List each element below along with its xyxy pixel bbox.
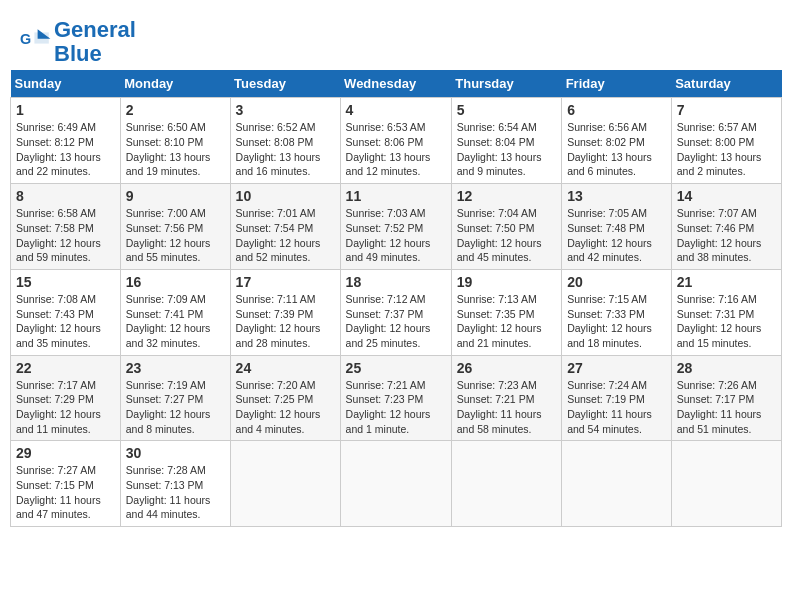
calendar-cell: 25Sunrise: 7:21 AMSunset: 7:23 PMDayligh… (340, 355, 451, 441)
day-details: Sunrise: 7:19 AMSunset: 7:27 PMDaylight:… (126, 378, 225, 437)
day-number: 26 (457, 360, 556, 376)
day-number: 16 (126, 274, 225, 290)
calendar-week-row: 22Sunrise: 7:17 AMSunset: 7:29 PMDayligh… (11, 355, 782, 441)
day-details: Sunrise: 7:24 AMSunset: 7:19 PMDaylight:… (567, 378, 666, 437)
day-details: Sunrise: 7:13 AMSunset: 7:35 PMDaylight:… (457, 292, 556, 351)
day-number: 15 (16, 274, 115, 290)
day-details: Sunrise: 7:27 AMSunset: 7:15 PMDaylight:… (16, 463, 115, 522)
weekday-header-row: SundayMondayTuesdayWednesdayThursdayFrid… (11, 70, 782, 98)
calendar-cell: 13Sunrise: 7:05 AMSunset: 7:48 PMDayligh… (562, 184, 672, 270)
day-details: Sunrise: 7:23 AMSunset: 7:21 PMDaylight:… (457, 378, 556, 437)
day-number: 30 (126, 445, 225, 461)
day-number: 24 (236, 360, 335, 376)
day-number: 17 (236, 274, 335, 290)
day-details: Sunrise: 6:58 AMSunset: 7:58 PMDaylight:… (16, 206, 115, 265)
day-number: 7 (677, 102, 776, 118)
day-details: Sunrise: 7:20 AMSunset: 7:25 PMDaylight:… (236, 378, 335, 437)
day-details: Sunrise: 7:03 AMSunset: 7:52 PMDaylight:… (346, 206, 446, 265)
day-details: Sunrise: 6:53 AMSunset: 8:06 PMDaylight:… (346, 120, 446, 179)
weekday-header-saturday: Saturday (671, 70, 781, 98)
day-details: Sunrise: 7:15 AMSunset: 7:33 PMDaylight:… (567, 292, 666, 351)
day-number: 14 (677, 188, 776, 204)
day-details: Sunrise: 7:17 AMSunset: 7:29 PMDaylight:… (16, 378, 115, 437)
day-number: 19 (457, 274, 556, 290)
calendar-cell: 12Sunrise: 7:04 AMSunset: 7:50 PMDayligh… (451, 184, 561, 270)
calendar-cell: 7Sunrise: 6:57 AMSunset: 8:00 PMDaylight… (671, 98, 781, 184)
logo-text: General Blue (54, 18, 136, 66)
calendar-table: SundayMondayTuesdayWednesdayThursdayFrid… (10, 70, 782, 527)
calendar-cell (671, 441, 781, 527)
day-number: 23 (126, 360, 225, 376)
day-details: Sunrise: 7:08 AMSunset: 7:43 PMDaylight:… (16, 292, 115, 351)
logo-icon: G (20, 26, 52, 58)
calendar-cell: 18Sunrise: 7:12 AMSunset: 7:37 PMDayligh… (340, 269, 451, 355)
weekday-header-monday: Monday (120, 70, 230, 98)
logo: G General Blue (20, 18, 136, 66)
calendar-cell: 23Sunrise: 7:19 AMSunset: 7:27 PMDayligh… (120, 355, 230, 441)
day-details: Sunrise: 6:54 AMSunset: 8:04 PMDaylight:… (457, 120, 556, 179)
day-details: Sunrise: 7:21 AMSunset: 7:23 PMDaylight:… (346, 378, 446, 437)
calendar-cell: 6Sunrise: 6:56 AMSunset: 8:02 PMDaylight… (562, 98, 672, 184)
calendar-cell: 4Sunrise: 6:53 AMSunset: 8:06 PMDaylight… (340, 98, 451, 184)
day-number: 22 (16, 360, 115, 376)
day-number: 28 (677, 360, 776, 376)
day-details: Sunrise: 6:49 AMSunset: 8:12 PMDaylight:… (16, 120, 115, 179)
calendar-cell: 10Sunrise: 7:01 AMSunset: 7:54 PMDayligh… (230, 184, 340, 270)
day-number: 12 (457, 188, 556, 204)
day-details: Sunrise: 7:12 AMSunset: 7:37 PMDaylight:… (346, 292, 446, 351)
day-details: Sunrise: 6:56 AMSunset: 8:02 PMDaylight:… (567, 120, 666, 179)
weekday-header-tuesday: Tuesday (230, 70, 340, 98)
calendar-cell: 8Sunrise: 6:58 AMSunset: 7:58 PMDaylight… (11, 184, 121, 270)
day-number: 18 (346, 274, 446, 290)
calendar-cell (451, 441, 561, 527)
day-details: Sunrise: 7:09 AMSunset: 7:41 PMDaylight:… (126, 292, 225, 351)
day-details: Sunrise: 7:28 AMSunset: 7:13 PMDaylight:… (126, 463, 225, 522)
weekday-header-thursday: Thursday (451, 70, 561, 98)
calendar-cell: 29Sunrise: 7:27 AMSunset: 7:15 PMDayligh… (11, 441, 121, 527)
day-details: Sunrise: 7:07 AMSunset: 7:46 PMDaylight:… (677, 206, 776, 265)
calendar-cell: 17Sunrise: 7:11 AMSunset: 7:39 PMDayligh… (230, 269, 340, 355)
calendar-cell: 9Sunrise: 7:00 AMSunset: 7:56 PMDaylight… (120, 184, 230, 270)
calendar-cell: 27Sunrise: 7:24 AMSunset: 7:19 PMDayligh… (562, 355, 672, 441)
calendar-cell: 16Sunrise: 7:09 AMSunset: 7:41 PMDayligh… (120, 269, 230, 355)
day-number: 27 (567, 360, 666, 376)
day-number: 9 (126, 188, 225, 204)
calendar-cell (340, 441, 451, 527)
day-details: Sunrise: 7:00 AMSunset: 7:56 PMDaylight:… (126, 206, 225, 265)
calendar-cell: 15Sunrise: 7:08 AMSunset: 7:43 PMDayligh… (11, 269, 121, 355)
day-details: Sunrise: 6:50 AMSunset: 8:10 PMDaylight:… (126, 120, 225, 179)
calendar-cell (562, 441, 672, 527)
day-number: 25 (346, 360, 446, 376)
calendar-cell: 5Sunrise: 6:54 AMSunset: 8:04 PMDaylight… (451, 98, 561, 184)
svg-text:G: G (20, 31, 31, 47)
weekday-header-wednesday: Wednesday (340, 70, 451, 98)
day-details: Sunrise: 7:01 AMSunset: 7:54 PMDaylight:… (236, 206, 335, 265)
day-details: Sunrise: 6:57 AMSunset: 8:00 PMDaylight:… (677, 120, 776, 179)
calendar-cell: 20Sunrise: 7:15 AMSunset: 7:33 PMDayligh… (562, 269, 672, 355)
calendar-cell (230, 441, 340, 527)
calendar-cell: 24Sunrise: 7:20 AMSunset: 7:25 PMDayligh… (230, 355, 340, 441)
calendar-cell: 14Sunrise: 7:07 AMSunset: 7:46 PMDayligh… (671, 184, 781, 270)
day-details: Sunrise: 7:05 AMSunset: 7:48 PMDaylight:… (567, 206, 666, 265)
day-details: Sunrise: 7:26 AMSunset: 7:17 PMDaylight:… (677, 378, 776, 437)
calendar-cell: 30Sunrise: 7:28 AMSunset: 7:13 PMDayligh… (120, 441, 230, 527)
calendar-week-row: 15Sunrise: 7:08 AMSunset: 7:43 PMDayligh… (11, 269, 782, 355)
calendar-cell: 3Sunrise: 6:52 AMSunset: 8:08 PMDaylight… (230, 98, 340, 184)
day-number: 10 (236, 188, 335, 204)
calendar-cell: 2Sunrise: 6:50 AMSunset: 8:10 PMDaylight… (120, 98, 230, 184)
day-number: 2 (126, 102, 225, 118)
calendar-cell: 19Sunrise: 7:13 AMSunset: 7:35 PMDayligh… (451, 269, 561, 355)
day-number: 29 (16, 445, 115, 461)
day-number: 5 (457, 102, 556, 118)
day-number: 13 (567, 188, 666, 204)
page-header: G General Blue (10, 10, 782, 70)
weekday-header-sunday: Sunday (11, 70, 121, 98)
calendar-week-row: 29Sunrise: 7:27 AMSunset: 7:15 PMDayligh… (11, 441, 782, 527)
calendar-cell: 28Sunrise: 7:26 AMSunset: 7:17 PMDayligh… (671, 355, 781, 441)
day-details: Sunrise: 7:04 AMSunset: 7:50 PMDaylight:… (457, 206, 556, 265)
day-details: Sunrise: 7:16 AMSunset: 7:31 PMDaylight:… (677, 292, 776, 351)
calendar-cell: 21Sunrise: 7:16 AMSunset: 7:31 PMDayligh… (671, 269, 781, 355)
day-number: 21 (677, 274, 776, 290)
day-number: 8 (16, 188, 115, 204)
calendar-cell: 1Sunrise: 6:49 AMSunset: 8:12 PMDaylight… (11, 98, 121, 184)
